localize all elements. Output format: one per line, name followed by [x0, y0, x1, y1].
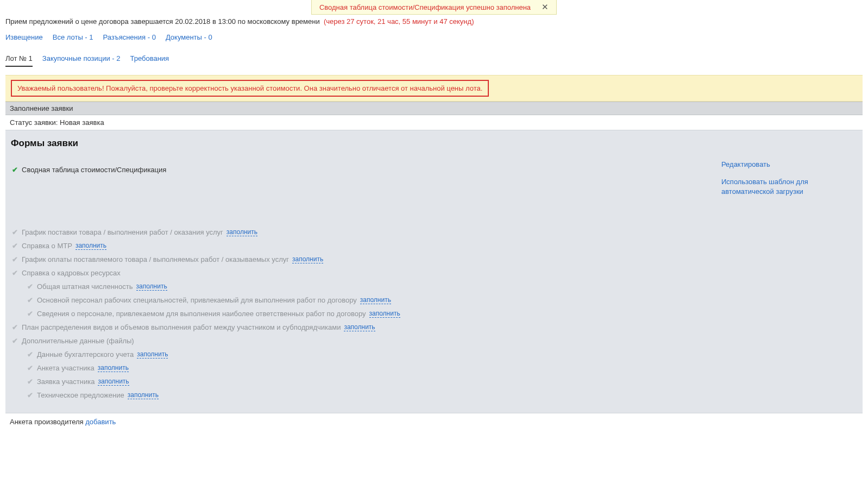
- fill-link[interactable]: заполнить: [98, 364, 129, 372]
- deadline-text: Прием предложений о цене договора заверш…: [5, 17, 320, 26]
- tab-positions[interactable]: Закупочные позиции - 2: [42, 54, 121, 67]
- fill-link[interactable]: заполнить: [136, 282, 167, 291]
- form-row: ✔Общая штатная численность заполнить: [11, 280, 716, 293]
- form-row: ✔Основной персонал рабочих специальносте…: [11, 293, 716, 307]
- form-row-label: Дополнительные данные (файлы): [22, 337, 134, 345]
- form-row: ✔График оплаты поставляемого товара / вы…: [11, 253, 716, 266]
- form-row-label: Данные бухгалтерского учета: [37, 350, 134, 358]
- warning-message: Уважаемый пользователь! Пожалуйста, пров…: [11, 80, 489, 97]
- form-row-label: Техническое предложение: [37, 391, 124, 399]
- edit-link[interactable]: Редактировать: [721, 160, 857, 169]
- nav-documents[interactable]: Документы - 0: [166, 33, 212, 41]
- check-grey-icon: ✔: [26, 310, 34, 318]
- producer-label: Анкета производителя: [10, 418, 84, 426]
- check-grey-icon: ✔: [26, 364, 34, 372]
- deadline-row: Прием предложений о цене договора заверш…: [5, 17, 863, 26]
- form-row: ✔Справка о кадровых ресурсах: [11, 266, 716, 280]
- secondary-nav: Лот № 1 Закупочные позиции - 2 Требовани…: [5, 54, 863, 67]
- close-icon[interactable]: ✕: [542, 2, 549, 12]
- check-grey-icon: ✔: [26, 378, 34, 386]
- producer-add-link[interactable]: добавить: [85, 418, 116, 426]
- tab-requirements[interactable]: Требования: [130, 54, 169, 67]
- forms-panel: Формы заявки ✔Сводная таблица стоимости/…: [5, 130, 863, 413]
- form-row-label: Анкета участника: [37, 364, 95, 372]
- toast-text: Сводная таблица стоимости/Спецификация у…: [319, 3, 531, 11]
- form-row: ✔График поставки товара / выполнения раб…: [11, 225, 716, 239]
- section-fill-header: Заполнение заявки: [5, 102, 863, 115]
- forms-title: Формы заявки: [11, 138, 716, 149]
- form-row-label: Общая штатная численность: [37, 282, 133, 291]
- producer-row: Анкета производителя добавить: [5, 413, 863, 430]
- check-grey-icon: ✔: [11, 255, 18, 263]
- form-row-label: Справка о кадровых ресурсах: [22, 269, 121, 277]
- forms-list: ✔Сводная таблица стоимости/Спецификация✔…: [11, 163, 716, 402]
- fill-link[interactable]: заполнить: [137, 350, 168, 358]
- form-row: ✔Дополнительные данные (файлы): [11, 334, 716, 348]
- check-grey-icon: ✔: [26, 296, 34, 304]
- form-row-label: Сводная таблица стоимости/Спецификация: [22, 166, 166, 174]
- forms-actions: Редактировать Использовать шаблон для ав…: [716, 138, 857, 402]
- form-row: ✔Сводная таблица стоимости/Спецификация: [11, 163, 716, 177]
- fill-link[interactable]: заполнить: [76, 242, 106, 250]
- form-row: ✔Заявка участника заполнить: [11, 375, 716, 388]
- form-row: ✔Сведения о персонале, привлекаемом для …: [11, 307, 716, 320]
- fill-link[interactable]: заполнить: [360, 296, 391, 304]
- check-icon: ✔: [11, 166, 18, 174]
- form-row: ✔План распределения видов и объемов выпо…: [11, 320, 716, 334]
- check-grey-icon: ✔: [26, 350, 34, 358]
- check-grey-icon: ✔: [26, 282, 34, 291]
- status-row: Статус заявки: Новая заявка: [5, 115, 863, 130]
- fill-link[interactable]: заполнить: [128, 391, 159, 399]
- fill-link[interactable]: заполнить: [227, 228, 257, 236]
- form-row-label: График поставки товара / выполнения рабо…: [22, 228, 223, 236]
- success-toast: Сводная таблица стоимости/Спецификация у…: [311, 0, 557, 15]
- fill-link[interactable]: заполнить: [369, 310, 400, 318]
- form-row-label: Сведения о персонале, привлекаемом для в…: [37, 310, 366, 318]
- template-link[interactable]: Использовать шаблон для автоматической з…: [721, 177, 857, 197]
- nav-lots[interactable]: Все лоты - 1: [53, 33, 93, 41]
- nav-notice[interactable]: Извещение: [5, 33, 43, 41]
- fill-link[interactable]: заполнить: [98, 378, 129, 386]
- form-row: ✔Данные бухгалтерского учета заполнить: [11, 348, 716, 361]
- primary-nav: Извещение Все лоты - 1 Разъяснения - 0 Д…: [5, 33, 863, 41]
- nav-clarifications[interactable]: Разъяснения - 0: [103, 33, 156, 41]
- form-row: ✔Анкета участника заполнить: [11, 361, 716, 375]
- form-row: ✔Техническое предложение заполнить: [11, 388, 716, 402]
- form-row-label: Заявка участника: [37, 378, 95, 386]
- form-row-label: План распределения видов и объемов выпол…: [22, 323, 341, 331]
- check-grey-icon: ✔: [11, 269, 18, 277]
- check-grey-icon: ✔: [11, 337, 18, 345]
- form-row: ✔Справка о МТР заполнить: [11, 239, 716, 253]
- warning-band: Уважаемый пользователь! Пожалуйста, пров…: [5, 75, 863, 102]
- form-row-label: Основной персонал рабочих специальностей…: [37, 296, 357, 304]
- form-row-label: График оплаты поставляемого товара / вып…: [22, 255, 289, 263]
- check-grey-icon: ✔: [11, 323, 18, 331]
- fill-link[interactable]: заполнить: [292, 255, 323, 263]
- check-grey-icon: ✔: [11, 242, 18, 250]
- check-grey-icon: ✔: [11, 228, 18, 236]
- form-row-label: Справка о МТР: [22, 242, 72, 250]
- check-grey-icon: ✔: [26, 391, 34, 399]
- fill-link[interactable]: заполнить: [344, 323, 375, 331]
- deadline-remaining: (через 27 суток, 21 час, 55 минут и 47 с…: [324, 17, 474, 26]
- tab-lot[interactable]: Лот № 1: [5, 54, 33, 67]
